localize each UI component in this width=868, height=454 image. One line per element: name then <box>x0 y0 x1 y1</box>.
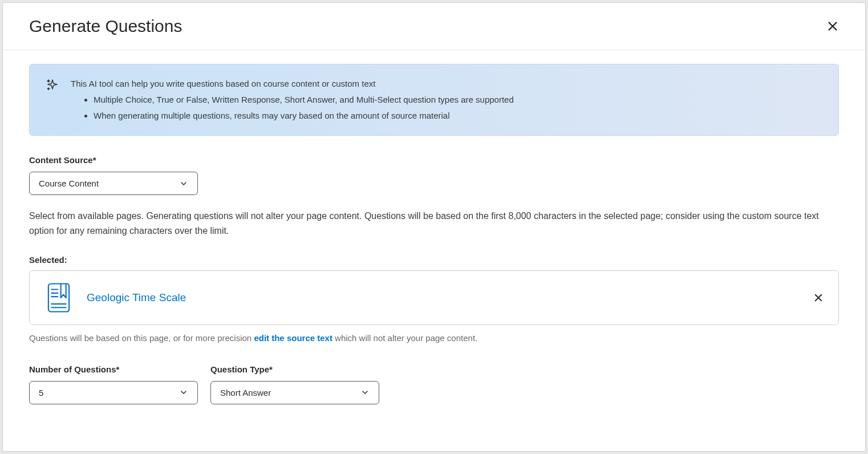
banner-bullet: When generating multiple questions, resu… <box>94 109 822 123</box>
modal-body: This AI tool can help you write question… <box>3 50 865 451</box>
modal-header: Generate Questions <box>3 3 865 50</box>
question-type-value: Short Answer <box>220 388 271 398</box>
num-questions-dropdown[interactable]: 5 <box>29 381 198 404</box>
selected-page-link[interactable]: Geologic Time Scale <box>87 291 800 304</box>
content-source-dropdown[interactable]: Course Content <box>29 172 198 195</box>
close-icon <box>826 20 839 33</box>
num-questions-label: Number of Questions* <box>29 364 198 374</box>
selected-page-card: Geologic Time Scale <box>29 270 839 325</box>
document-bookmark-icon <box>42 281 75 314</box>
chevron-down-icon <box>179 388 188 397</box>
question-settings-row: Number of Questions* 5 Question Type* Sh… <box>29 364 839 404</box>
question-type-dropdown[interactable]: Short Answer <box>210 381 379 404</box>
selected-label: Selected: <box>29 255 839 265</box>
chevron-down-icon <box>179 179 188 188</box>
close-icon <box>813 293 824 303</box>
num-questions-field: Number of Questions* 5 <box>29 364 198 404</box>
banner-bullet-list: Multiple Choice, True or False, Written … <box>71 93 822 123</box>
chevron-down-icon <box>360 388 370 397</box>
content-source-helper: Select from available pages. Generating … <box>29 209 839 239</box>
content-source-label: Content Source* <box>29 155 839 165</box>
question-type-field: Question Type* Short Answer <box>210 364 379 404</box>
banner-intro: This AI tool can help you write question… <box>71 77 822 91</box>
num-questions-value: 5 <box>39 388 43 398</box>
question-type-label: Question Type* <box>210 364 379 374</box>
sparkle-icon <box>46 78 59 92</box>
remove-selected-button[interactable] <box>811 290 826 305</box>
hint-prefix: Questions will be based on this page, or… <box>29 333 254 343</box>
edit-source-text-link[interactable]: edit the source text <box>254 333 332 343</box>
modal-title: Generate Questions <box>29 17 182 36</box>
generate-questions-modal: Generate Questions This AI tool can help… <box>2 2 866 452</box>
banner-bullet: Multiple Choice, True or False, Written … <box>94 93 822 107</box>
hint-suffix: which will not alter your page content. <box>332 333 477 343</box>
banner-content: This AI tool can help you write question… <box>71 77 822 123</box>
close-button[interactable] <box>823 17 842 36</box>
ai-info-banner: This AI tool can help you write question… <box>29 64 839 136</box>
content-source-value: Course Content <box>39 179 99 188</box>
selected-hint: Questions will be based on this page, or… <box>29 333 839 343</box>
